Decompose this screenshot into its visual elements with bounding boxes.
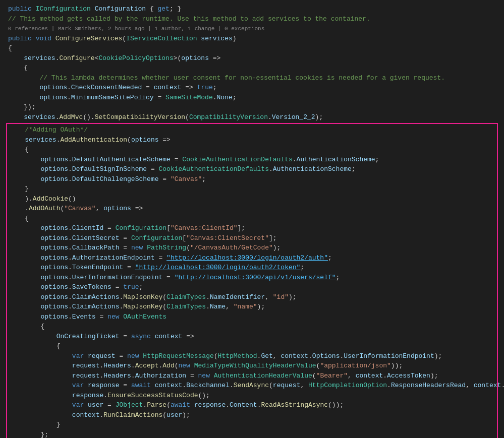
code-line: OnCreatingTicket = async context => xyxy=(7,332,497,342)
code-line: response.EnsureSuccessStatusCode(); xyxy=(7,391,497,401)
code-line: /*Adding OAuth*/ xyxy=(7,125,497,135)
code-line: services.Configure<CookiePolicyOptions>(… xyxy=(6,53,498,64)
code-line: options.AuthorizationEndpoint = "http://… xyxy=(7,253,497,263)
code-line: // This lambda determines whether user c… xyxy=(6,73,498,83)
code-line: }); xyxy=(6,102,498,112)
code-line: options.CallbackPath = new PathString("/… xyxy=(7,243,497,253)
code-line: var response = await context.Backchannel… xyxy=(7,381,497,391)
code-line: request.Headers.Accept.Add(new MediaType… xyxy=(7,361,497,371)
code-line: { xyxy=(6,63,498,73)
code-line: { xyxy=(6,43,498,53)
code-line: options.DefaultSignInScheme = CookieAuth… xyxy=(7,164,497,174)
meta-line: 0 references | Mark Smithers, 2 hours ag… xyxy=(6,24,498,34)
code-line: options.UserInformationEndpoint = "http:… xyxy=(7,273,497,283)
code-line: { xyxy=(7,322,497,332)
code-line: public IConfiguration Configuration { ge… xyxy=(6,4,498,14)
code-line: services.AddAuthentication(options => xyxy=(7,135,497,145)
code-line: options.TokenEndpoint = "http://localhos… xyxy=(7,263,497,273)
code-line: options.DefaultAuthenticateScheme = Cook… xyxy=(7,155,497,165)
code-line: } xyxy=(7,184,497,194)
code-line: options.ClaimActions.MapJsonKey(ClaimTyp… xyxy=(7,302,497,312)
code-line: options.MinimumSameSitePolicy = SameSite… xyxy=(6,93,498,103)
code-line: options.ClientSecret = Configuration["Ca… xyxy=(7,233,497,243)
highlighted-oauth-block: /*Adding OAuth*/ services.AddAuthenticat… xyxy=(6,123,498,438)
code-line: { xyxy=(7,145,497,155)
code-line: // This method gets called by the runtim… xyxy=(6,14,498,24)
code-line: } xyxy=(7,420,497,430)
code-line: var user = JObject.Parse(await response.… xyxy=(7,400,497,410)
code-line: }; xyxy=(7,430,497,439)
code-line: var request = new HttpRequestMessage(Htt… xyxy=(7,351,497,361)
code-line: { xyxy=(7,214,497,224)
code-line: public void ConfigureServices(IServiceCo… xyxy=(6,34,498,44)
code-line: ).AddCookie() xyxy=(7,194,497,204)
code-line: .AddOAuth("Canvas", options => xyxy=(7,204,497,214)
code-line: { xyxy=(7,341,497,351)
code-line: services.AddMvc().SetCompatibilityVersio… xyxy=(6,112,498,122)
code-line: context.RunClaimActions(user); xyxy=(7,410,497,420)
code-line: options.ClaimActions.MapJsonKey(ClaimTyp… xyxy=(7,292,497,302)
code-line: options.Events = new OAuthEvents xyxy=(7,312,497,322)
code-line: request.Headers.Authorization = new Auth… xyxy=(7,371,497,381)
code-line: options.SaveTokens = true; xyxy=(7,282,497,292)
code-line: options.CheckConsentNeeded = context => … xyxy=(6,83,498,93)
code-editor: public IConfiguration Configuration { ge… xyxy=(0,4,504,438)
code-line: options.ClientId = Configuration["Canvas… xyxy=(7,223,497,233)
code-line: options.DefaultChallengeScheme = "Canvas… xyxy=(7,174,497,184)
